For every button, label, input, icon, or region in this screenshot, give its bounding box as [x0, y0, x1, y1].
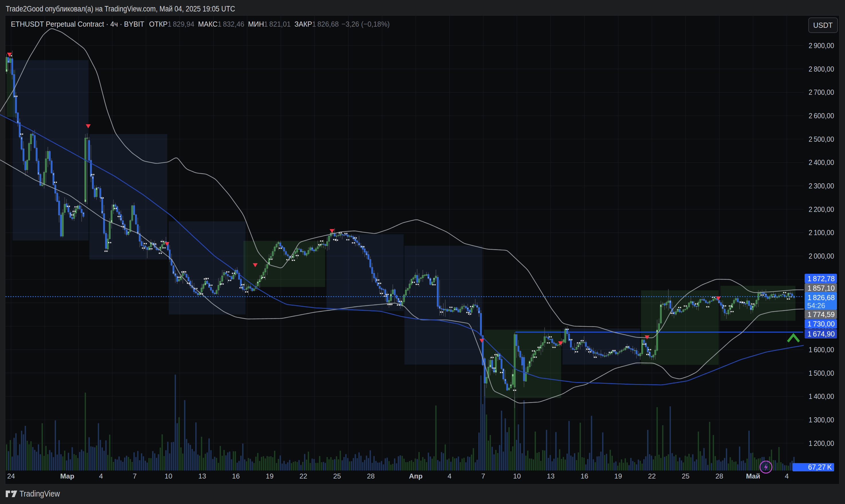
svg-text:2 600,00: 2 600,00: [809, 112, 834, 120]
svg-text:TradingView: TradingView: [19, 489, 60, 498]
svg-text:2 800,00: 2 800,00: [809, 65, 834, 73]
svg-text:13: 13: [547, 472, 555, 480]
svg-text:25: 25: [333, 472, 341, 480]
svg-text:1 600,00: 1 600,00: [809, 346, 834, 354]
svg-text:Май: Май: [746, 472, 760, 480]
svg-text:10: 10: [164, 472, 172, 480]
svg-text:Апр: Апр: [409, 472, 422, 480]
svg-text:25: 25: [682, 472, 689, 480]
svg-text:2 400,00: 2 400,00: [809, 158, 834, 166]
svg-text:4: 4: [447, 472, 451, 480]
svg-text:22: 22: [648, 472, 656, 480]
svg-text:16: 16: [581, 472, 588, 480]
svg-text:19: 19: [266, 472, 273, 480]
svg-text:USDT: USDT: [813, 21, 833, 29]
svg-text:2 700,00: 2 700,00: [809, 88, 834, 96]
svg-text:54:26: 54:26: [807, 302, 825, 309]
svg-text:ETHUSDT Perpetual Contract · 4: ETHUSDT Perpetual Contract · 4ч · BYBITО…: [11, 20, 390, 28]
svg-text:16: 16: [232, 472, 240, 480]
svg-text:Trade2Good опубликовал(а) на T: Trade2Good опубликовал(а) на TradingView…: [6, 4, 235, 13]
svg-text:1 200,00: 1 200,00: [809, 439, 834, 447]
svg-text:2 900,00: 2 900,00: [809, 41, 834, 50]
svg-text:1 300,00: 1 300,00: [809, 416, 834, 424]
svg-text:24: 24: [7, 472, 15, 480]
svg-text:67,27 K: 67,27 K: [808, 463, 832, 471]
svg-text:4: 4: [99, 472, 103, 480]
svg-text:1 674,90: 1 674,90: [808, 330, 835, 338]
svg-text:2 500,00: 2 500,00: [809, 135, 834, 143]
svg-text:7: 7: [133, 472, 137, 480]
svg-text:19: 19: [614, 472, 622, 480]
svg-text:1 872,78: 1 872,78: [808, 275, 835, 283]
svg-text:4: 4: [785, 472, 789, 480]
svg-text:28: 28: [716, 472, 723, 480]
svg-text:10: 10: [513, 472, 521, 480]
svg-text:1 826,68: 1 826,68: [808, 293, 835, 302]
svg-text:13: 13: [198, 472, 206, 480]
svg-text:28: 28: [367, 472, 375, 480]
svg-text:1 500,00: 1 500,00: [809, 369, 834, 377]
svg-text:22: 22: [299, 472, 307, 480]
svg-text:1 730,00: 1 730,00: [808, 320, 835, 328]
svg-text:2 300,00: 2 300,00: [809, 182, 834, 190]
svg-text:1 857,10: 1 857,10: [808, 284, 835, 292]
svg-text:7: 7: [481, 472, 485, 480]
svg-text:2 100,00: 2 100,00: [809, 229, 834, 236]
svg-text:2 000,00: 2 000,00: [809, 252, 834, 260]
svg-text:1 400,00: 1 400,00: [809, 392, 834, 400]
svg-text:Мар: Мар: [60, 472, 74, 480]
svg-text:2 200,00: 2 200,00: [809, 205, 834, 213]
svg-text:1 774,59: 1 774,59: [808, 310, 835, 319]
